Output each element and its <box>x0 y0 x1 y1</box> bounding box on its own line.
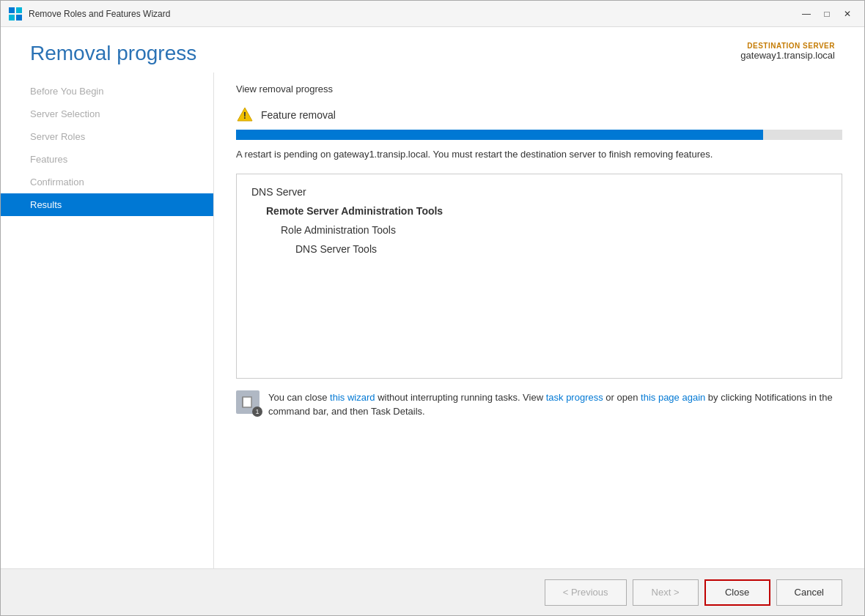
footer: < Previous Next > Close Cancel <box>1 568 864 615</box>
previous-button[interactable]: < Previous <box>545 579 627 606</box>
title-bar: Remove Roles and Features Wizard — □ ✕ <box>1 1 864 27</box>
progress-bar-container <box>236 130 842 140</box>
task-progress-link[interactable]: task progress <box>546 392 603 403</box>
flag-icon <box>240 395 255 409</box>
sidebar-item-features[interactable]: Features <box>1 148 213 171</box>
svg-rect-2 <box>9 15 15 21</box>
close-button[interactable]: Close <box>704 579 770 606</box>
sidebar: Before You Begin Server Selection Server… <box>1 73 213 568</box>
next-button[interactable]: Next > <box>633 579 699 606</box>
task-notice-row: 1 You can close this wizard without inte… <box>236 390 842 419</box>
result-rsat: Remote Server Administration Tools <box>251 205 827 217</box>
cancel-button[interactable]: Cancel <box>776 579 842 606</box>
close-window-button[interactable]: ✕ <box>838 6 857 22</box>
content-area: Before You Begin Server Selection Server… <box>1 73 864 568</box>
task-notice-text: You can close this wizard without interr… <box>268 390 842 419</box>
sidebar-item-before-you-begin[interactable]: Before You Begin <box>1 80 213 103</box>
sidebar-item-server-selection[interactable]: Server Selection <box>1 103 213 125</box>
warning-icon: ! <box>236 106 254 124</box>
task-badge: 1 <box>252 407 262 417</box>
sidebar-item-server-roles[interactable]: Server Roles <box>1 125 213 148</box>
section-title: View removal progress <box>236 84 842 94</box>
main-content: View removal progress ! Feature removal … <box>213 73 864 568</box>
window-controls: — □ ✕ <box>797 6 857 22</box>
open-page-link[interactable]: this page again <box>641 392 705 403</box>
svg-text:!: ! <box>243 110 246 121</box>
result-dns-server-tools: DNS Server Tools <box>251 243 827 255</box>
result-dns-server: DNS Server <box>251 186 827 198</box>
app-icon <box>8 7 23 21</box>
svg-rect-3 <box>16 15 22 21</box>
progress-bar-fill <box>236 130 763 140</box>
destination-name: gateway1.transip.local <box>740 50 835 61</box>
destination-server-info: DESTINATION SERVER gateway1.transip.loca… <box>740 42 835 61</box>
result-role-admin-tools: Role Administration Tools <box>251 224 827 236</box>
minimize-button[interactable]: — <box>797 6 816 22</box>
window-body: Removal progress DESTINATION SERVER gate… <box>1 27 864 568</box>
svg-rect-1 <box>16 7 22 13</box>
close-link[interactable]: this wizard <box>330 392 375 403</box>
main-window: Remove Roles and Features Wizard — □ ✕ R… <box>0 0 865 616</box>
destination-label: DESTINATION SERVER <box>740 42 835 50</box>
sidebar-item-results[interactable]: Results <box>1 193 213 216</box>
sidebar-item-confirmation[interactable]: Confirmation <box>1 171 213 193</box>
results-box: DNS Server Remote Server Administration … <box>236 174 842 379</box>
window-title: Remove Roles and Features Wizard <box>29 9 797 19</box>
svg-rect-0 <box>9 7 15 13</box>
page-title: Removal progress <box>30 42 196 65</box>
maximize-button[interactable]: □ <box>817 6 836 22</box>
task-icon-box: 1 <box>236 390 260 414</box>
header-area: Removal progress DESTINATION SERVER gate… <box>1 27 864 73</box>
feature-removal-title: Feature removal <box>261 109 336 121</box>
feature-removal-row: ! Feature removal <box>236 106 842 124</box>
svg-rect-6 <box>243 397 251 407</box>
restart-notice: A restart is pending on gateway1.transip… <box>236 147 842 162</box>
